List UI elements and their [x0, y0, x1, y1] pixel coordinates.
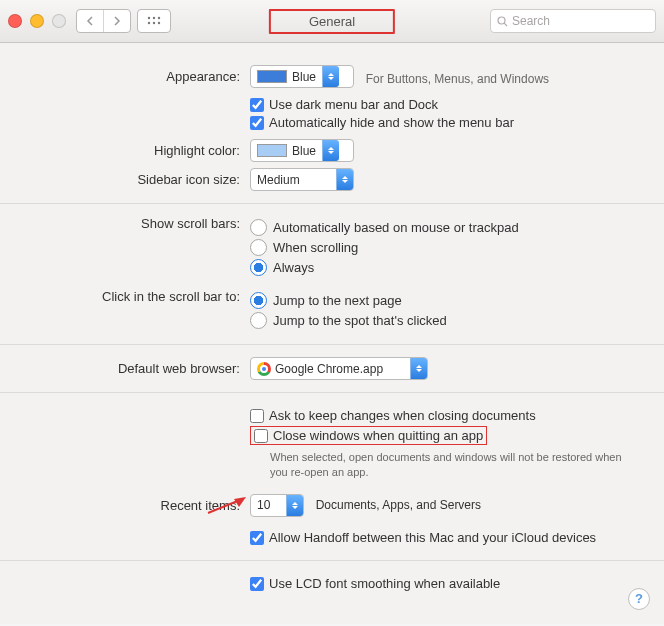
scrollbars-scrolling-radio[interactable]: When scrolling	[250, 239, 664, 256]
browser-select[interactable]: Google Chrome.app	[250, 357, 428, 380]
chevron-updown-icon	[322, 66, 339, 87]
ask-keep-changes-checkbox[interactable]: Ask to keep changes when closing documen…	[250, 408, 664, 423]
clickscroll-radiogroup: Jump to the next page Jump to the spot t…	[250, 289, 664, 332]
svg-point-6	[498, 17, 505, 24]
svg-point-0	[148, 17, 150, 19]
svg-point-5	[158, 22, 160, 24]
svg-point-4	[153, 22, 155, 24]
zoom-window-button[interactable]	[52, 14, 66, 28]
recent-select[interactable]: 10	[250, 494, 304, 517]
svg-point-1	[153, 17, 155, 19]
highlight-select[interactable]: Blue	[250, 139, 354, 162]
appearance-note: For Buttons, Menus, and Windows	[366, 72, 549, 86]
appearance-label: Appearance:	[0, 69, 250, 84]
sidebar-size-label: Sidebar icon size:	[0, 172, 250, 187]
window-title: General	[269, 14, 395, 29]
svg-point-2	[158, 17, 160, 19]
show-all-button[interactable]	[137, 9, 171, 33]
scrollbars-radiogroup: Automatically based on mouse or trackpad…	[250, 216, 664, 279]
chevron-updown-icon	[410, 358, 427, 379]
chevron-updown-icon	[336, 169, 353, 190]
traffic-lights	[8, 14, 66, 28]
appearance-select[interactable]: Blue	[250, 65, 354, 88]
handoff-checkbox[interactable]: Allow Handoff between this Mac and your …	[250, 530, 664, 545]
recent-note: Documents, Apps, and Servers	[316, 498, 481, 512]
chevron-updown-icon	[322, 140, 339, 161]
scrollbars-label: Show scroll bars:	[0, 216, 250, 231]
lcd-smoothing-checkbox[interactable]: Use LCD font smoothing when available	[250, 576, 664, 591]
chrome-icon	[257, 362, 271, 376]
clickscroll-spot-radio[interactable]: Jump to the spot that's clicked	[250, 312, 664, 329]
highlight-label: Highlight color:	[0, 143, 250, 158]
scrollbars-always-radio[interactable]: Always	[250, 259, 664, 276]
browser-label: Default web browser:	[0, 361, 250, 376]
svg-point-3	[148, 22, 150, 24]
search-icon	[497, 16, 508, 27]
back-button[interactable]	[77, 10, 104, 32]
chevron-updown-icon	[286, 495, 303, 516]
clickscroll-nextpage-radio[interactable]: Jump to the next page	[250, 292, 664, 309]
auto-hide-menubar-checkbox[interactable]: Automatically hide and show the menu bar	[250, 115, 664, 130]
forward-button[interactable]	[104, 10, 130, 32]
clickscroll-label: Click in the scroll bar to:	[0, 289, 250, 304]
sidebar-size-select[interactable]: Medium	[250, 168, 354, 191]
title-highlight: General	[269, 9, 395, 34]
preferences-body: Appearance: Blue For Buttons, Menus, and…	[0, 43, 664, 624]
close-windows-checkbox[interactable]: Close windows when quitting an app	[254, 428, 483, 443]
dark-menubar-checkbox[interactable]: Use dark menu bar and Dock	[250, 97, 664, 112]
close-windows-hint: When selected, open documents and window…	[270, 450, 630, 480]
minimize-window-button[interactable]	[30, 14, 44, 28]
help-button[interactable]: ?	[628, 588, 650, 610]
svg-line-7	[504, 23, 507, 26]
close-windows-highlight: Close windows when quitting an app	[250, 426, 487, 445]
nav-back-forward[interactable]	[76, 9, 131, 33]
svg-line-8	[208, 500, 240, 513]
annotation-arrow-icon	[206, 497, 246, 515]
close-window-button[interactable]	[8, 14, 22, 28]
window-toolbar: General Search	[0, 0, 664, 43]
search-field[interactable]: Search	[490, 9, 656, 33]
scrollbars-auto-radio[interactable]: Automatically based on mouse or trackpad	[250, 219, 664, 236]
